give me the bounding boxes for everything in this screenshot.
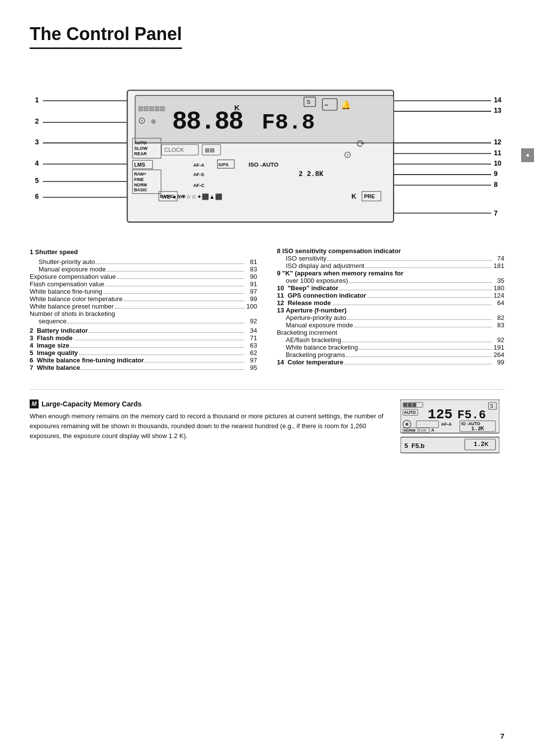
svg-text:▥▥▥▥▥: ▥▥▥▥▥ (138, 105, 165, 111)
svg-text:REAR: REAR (134, 151, 147, 156)
ref-sub-wb-bracket: White balance bracketing 191 (277, 344, 504, 351)
svg-text:⊙: ⊙ (138, 115, 146, 126)
svg-text:AF-A: AF-A (441, 422, 452, 427)
ref-item-5: 5 Image quality 62 (30, 349, 257, 356)
svg-text:14: 14 (494, 96, 502, 104)
svg-text:12: 12 (494, 138, 502, 146)
svg-point-84 (405, 423, 408, 426)
ref-sub-aperture-priority: Aperture-priority auto 82 (277, 314, 504, 321)
svg-text:AUTO: AUTO (404, 410, 416, 415)
ref-sub-wb-fine: White balance fine-tuning 97 (30, 288, 257, 295)
ref-item-13-bracket-title: Bracketing increment (277, 329, 504, 336)
note-image-area: 125 F5.6 S AUTO · · · · · AF-A IO - (400, 400, 504, 455)
ref-sub-shutter-priority: Shutter-priority auto 81 (30, 258, 257, 266)
svg-text:GPS: GPS (219, 162, 229, 167)
svg-text:9: 9 (494, 170, 498, 178)
ref-sub-manual-exposure-13: Manual exposure mode 83 (277, 321, 504, 329)
ref-item-13-title: 13 Aperture (f-number) (277, 307, 504, 314)
svg-text:2: 2 (35, 117, 39, 125)
page-number: 7 (500, 732, 504, 740)
ref-item-12: 12 Release mode 64 (277, 299, 504, 307)
svg-text:11: 11 (494, 149, 502, 157)
ref-item-11: 11 GPS connection indicator 124 (277, 292, 504, 299)
svg-text:AF-C: AF-C (193, 182, 205, 188)
svg-text:ISO -AUTO: ISO -AUTO (249, 161, 278, 168)
note-section: M Large-Capacity Memory Cards When enoug… (30, 389, 504, 455)
note-title-text: Large-Capacity Memory Cards (42, 400, 141, 408)
note-text-area: M Large-Capacity Memory Cards When enoug… (30, 400, 386, 441)
svg-rect-74 (403, 403, 407, 407)
ref-sub-manual-exposure-1: Manual exposure mode 83 (30, 266, 257, 273)
ref-col-left: 1 Shutter speed Shutter-priority auto 81… (30, 247, 257, 371)
right-tab-text: ■ (525, 152, 531, 158)
svg-text:⟳: ⟳ (356, 138, 365, 150)
note-body: When enough memory remains on the memory… (30, 411, 386, 441)
right-tab: ■ (521, 148, 534, 162)
svg-text:5: 5 (35, 177, 39, 184)
svg-text:K: K (352, 192, 356, 200)
ref-col-right: 8 ISO sensitivity compensation indicator… (277, 247, 504, 371)
svg-text:FINE: FINE (134, 177, 144, 182)
svg-text:10: 10 (494, 159, 502, 167)
svg-text:WB: WB (420, 428, 426, 433)
ref-sub-wb-colortemp: White balance color temperature 99 (30, 295, 257, 303)
svg-text:NORM: NORM (404, 428, 415, 433)
ref-item-2: 2 Battery indicator 34 (30, 327, 257, 334)
svg-text:AF-A: AF-A (193, 162, 205, 168)
svg-text:NORM: NORM (134, 182, 147, 187)
svg-text:125: 125 (428, 407, 452, 422)
ref-sub-bracket-label: Number of shots in bracketing (30, 310, 257, 317)
ref-sub-iso-display: ISO display and adjustment 181 (277, 262, 504, 269)
ref-sub-iso-sensitivity: ISO sensitivity 74 (277, 255, 504, 262)
svg-text:▦▦: ▦▦ (205, 147, 215, 153)
page-title: The Control Panel (30, 24, 182, 49)
svg-text:5: 5 (404, 442, 408, 449)
svg-text:S: S (490, 403, 493, 409)
ref-sub-bracket-seq: sequence 92 (30, 317, 257, 325)
svg-text:⊙: ⊙ (344, 149, 352, 160)
svg-text:6: 6 (35, 192, 39, 200)
reference-columns: 1 Shutter speed Shutter-priority auto 81… (30, 247, 504, 371)
svg-text:PRE: PRE (364, 193, 375, 199)
ref-item-8-title: 8 ISO sensitivity compensation indicator (277, 247, 504, 255)
svg-text:K: K (481, 426, 485, 431)
svg-text:BASIC: BASIC (134, 187, 147, 192)
ref-item-3: 3 Flash mode 71 (30, 334, 257, 342)
ref-sub-k-exposures: over 1000 exposures) 35 (277, 277, 504, 284)
note-title: M Large-Capacity Memory Cards (30, 400, 386, 408)
svg-text:1.2: 1.2 (474, 441, 485, 448)
ref-item-9-title: 9 "K" (appears when memory remains for (277, 269, 504, 277)
svg-text:▪▪: ▪▪ (324, 102, 328, 108)
svg-text:CLOCK: CLOCK (164, 146, 184, 153)
svg-text:LMS: LMS (134, 162, 145, 168)
svg-text:BASIC: BASIC (160, 194, 174, 199)
ref-item-10: 10 "Beep" indicator 180 (277, 284, 504, 292)
ref-sub-flash-comp: Flash compensation value 91 (30, 280, 257, 288)
ref-item-4: 4 Image size 63 (30, 342, 257, 349)
svg-text:7: 7 (494, 209, 498, 217)
svg-text:F5.b: F5.b (411, 442, 425, 449)
ref-sub-wb-preset: White balance preset number 100 (30, 303, 257, 310)
svg-text:WB: WB (178, 194, 186, 199)
ref-sub-exposure-comp: Exposure compensation value 90 (30, 273, 257, 280)
svg-text:1.2: 1.2 (471, 426, 481, 432)
svg-text:4: 4 (35, 159, 39, 167)
svg-text:2 2.8K: 2 2.8K (299, 170, 324, 178)
diagram-area: 1 2 3 4 5 6 14 13 12 11 10 9 8 7 (30, 63, 504, 231)
svg-text:RAW+: RAW+ (134, 172, 146, 177)
note-icon: M (30, 400, 39, 408)
svg-text:K: K (234, 103, 240, 112)
svg-rect-76 (412, 403, 416, 407)
ref-item-6: 6 White balance fine-tuning indicator 97 (30, 356, 257, 364)
ref-sub-bracket-programs: Bracketing programs 264 (277, 351, 504, 358)
svg-text:AUTO: AUTO (134, 140, 146, 145)
svg-rect-75 (408, 403, 412, 407)
svg-text:1: 1 (35, 96, 39, 104)
svg-text:8: 8 (494, 180, 498, 188)
ref-item-7: 7 White balance 95 (30, 364, 257, 371)
svg-text:A: A (431, 428, 435, 433)
control-panel-diagram: 1 2 3 4 5 6 14 13 12 11 10 9 8 7 (30, 63, 504, 231)
ref-item-14: 14 Color temperature 99 (277, 358, 504, 366)
svg-text:🔔: 🔔 (341, 100, 352, 110)
svg-text:K: K (485, 441, 489, 447)
